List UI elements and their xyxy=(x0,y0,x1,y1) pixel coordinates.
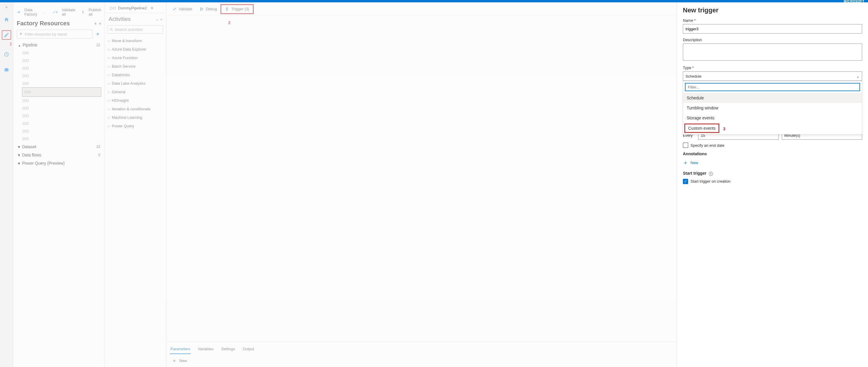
search-icon xyxy=(110,28,113,31)
activity-category[interactable]: ▷Azure Function xyxy=(107,54,164,62)
pipeline-item[interactable] xyxy=(22,80,101,87)
debug-button[interactable]: Debug xyxy=(196,5,220,13)
pipeline-item[interactable] xyxy=(22,64,101,72)
svg-point-45 xyxy=(110,28,112,30)
category-label: Move & transform xyxy=(112,38,142,43)
chevron-right-icon: ▷ xyxy=(108,108,110,110)
info-icon[interactable]: i xyxy=(709,172,713,176)
activity-category[interactable]: ▷Machine Learning xyxy=(107,113,164,122)
category-label: Iteration & conditionals xyxy=(112,107,151,111)
bottom-tab-output[interactable]: Output xyxy=(242,344,255,354)
start-trigger-section: Start trigger i xyxy=(683,171,862,176)
category-label: Machine Learning xyxy=(112,115,142,120)
type-option-tumbling[interactable]: Tumbling window xyxy=(683,103,862,113)
pipeline-section-header[interactable]: ▲Pipeline 12 xyxy=(17,41,101,49)
bottom-tab-variables[interactable]: Variables xyxy=(197,344,214,354)
breadcrumb-data-factory[interactable]: Data Factory xyxy=(25,8,38,16)
activity-category[interactable]: ▷Data Lake Analytics xyxy=(107,79,164,88)
annotation-2: 2 xyxy=(228,20,230,25)
category-label: Data Lake Analytics xyxy=(112,81,146,86)
svg-rect-42 xyxy=(110,7,112,9)
powerquery-section-header[interactable]: ▶Power Query (Preview) xyxy=(17,159,101,167)
dataset-section-header[interactable]: ▶Dataset 13 xyxy=(17,143,101,151)
category-label: Batch Service xyxy=(112,64,135,69)
activity-category[interactable]: ▷HDInsight xyxy=(107,96,164,105)
start-trigger-checkbox[interactable]: ✓ xyxy=(683,179,688,184)
svg-rect-28 xyxy=(26,107,28,109)
category-label: Azure Data Explorer xyxy=(112,47,146,52)
activities-search-input[interactable]: Search activities xyxy=(107,25,163,34)
pipeline-icon xyxy=(23,114,29,118)
pipeline-item[interactable] xyxy=(22,104,101,112)
new-annotation-button[interactable]: ＋ New xyxy=(683,158,862,167)
collapse-icon[interactable]: ‹‹ xyxy=(99,22,101,26)
activity-category[interactable]: ▷Iteration & conditionals xyxy=(107,105,164,113)
type-option-schedule[interactable]: Schedule xyxy=(683,93,862,103)
svg-rect-37 xyxy=(26,130,28,132)
resource-filter-input[interactable]: Filter resources by name xyxy=(17,30,92,38)
validate-all-button[interactable]: Validate all xyxy=(62,8,75,16)
svg-rect-7 xyxy=(26,52,28,54)
activity-category[interactable]: ▷Batch Service xyxy=(107,62,164,71)
dataflows-section-header[interactable]: ▶Data flows 3 xyxy=(17,151,101,159)
type-select[interactable]: Schedule ⌄ xyxy=(683,71,862,81)
expand-rail-icon[interactable]: » xyxy=(5,5,7,9)
bottom-tab-settings[interactable]: Settings xyxy=(220,344,236,354)
name-input[interactable] xyxy=(683,24,862,34)
new-parameter-button[interactable]: ＋ New xyxy=(170,354,673,367)
monitor-icon[interactable] xyxy=(2,50,11,59)
pipeline-item[interactable] xyxy=(22,127,101,135)
chevron-down-icon[interactable]: ⌄ xyxy=(42,10,45,14)
type-filter-input[interactable] xyxy=(685,84,860,91)
trigger-label: Trigger (3) xyxy=(231,7,249,11)
svg-rect-30 xyxy=(23,115,25,117)
activity-category[interactable]: ▷General xyxy=(107,88,164,96)
validate-button[interactable]: Validate xyxy=(169,5,196,13)
home-icon[interactable] xyxy=(2,15,11,24)
trigger-button[interactable]: Trigger (3) xyxy=(220,4,253,14)
activity-category[interactable]: ▷Databricks xyxy=(107,71,164,79)
pipeline-item[interactable] xyxy=(22,49,101,57)
svg-rect-43 xyxy=(113,7,115,9)
activity-category[interactable]: ▷Power Query xyxy=(107,122,164,130)
pipeline-item[interactable] xyxy=(22,120,101,127)
type-option-storage[interactable]: Storage events xyxy=(683,113,862,123)
plus-icon: ＋ xyxy=(172,357,177,364)
description-input[interactable] xyxy=(683,43,862,61)
type-option-custom-events[interactable]: Custom events xyxy=(684,124,719,133)
close-tab-icon[interactable]: ✕ xyxy=(150,6,154,10)
pipeline-icon xyxy=(23,51,29,55)
svg-rect-12 xyxy=(23,67,25,69)
type-label: Type * xyxy=(683,66,862,70)
add-resource-button[interactable]: + xyxy=(94,31,101,38)
svg-rect-25 xyxy=(26,99,28,101)
collapse-double-icon[interactable]: « xyxy=(94,22,97,26)
hide-activities-icon[interactable]: ‹‹ xyxy=(160,18,162,21)
svg-rect-3 xyxy=(18,12,18,13)
activity-category[interactable]: ▷Move & transform xyxy=(107,36,164,45)
pipeline-item[interactable] xyxy=(22,57,101,64)
validate-all-icon: ✓≡ xyxy=(52,10,58,14)
activity-categories: ▷Move & transform▷Azure Data Explorer▷Az… xyxy=(104,35,166,131)
category-label: Azure Function xyxy=(112,56,137,60)
publish-all-button[interactable]: Publish all xyxy=(89,8,101,16)
pipeline-tab[interactable]: DummyPipeline2 ✕ xyxy=(107,5,156,11)
bottom-tab-parameters[interactable]: Parameters xyxy=(170,344,191,354)
author-icon[interactable] xyxy=(2,30,11,40)
svg-rect-34 xyxy=(26,122,28,124)
tab-name: DummyPipeline2 xyxy=(118,6,147,10)
pipeline-item[interactable] xyxy=(22,112,101,120)
pipeline-item[interactable] xyxy=(22,135,101,143)
end-date-checkbox[interactable] xyxy=(683,143,688,148)
pipeline-icon xyxy=(25,90,31,94)
pipeline-item[interactable] xyxy=(22,72,101,80)
collapse-activities-icon[interactable]: ⌄ xyxy=(156,18,159,21)
manage-icon[interactable] xyxy=(2,65,11,74)
activity-category[interactable]: ▷Azure Data Explorer xyxy=(107,45,164,54)
dataflows-count: 3 xyxy=(98,153,100,157)
pipeline-item-selected[interactable] xyxy=(22,87,101,97)
pipeline-item[interactable] xyxy=(22,97,101,104)
chevron-down-icon: ⌄ xyxy=(856,74,860,78)
dataset-label: Dataset xyxy=(22,144,36,149)
start-trigger-check-label: Start trigger on creation xyxy=(690,179,731,184)
